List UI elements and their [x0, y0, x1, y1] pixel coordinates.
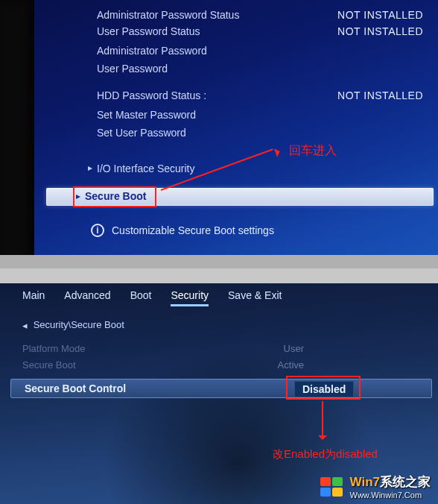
bios-tab-bar[interactable]: Main Advanced Boot Security Save & Exit: [22, 289, 282, 306]
label: Set Master Password: [97, 109, 196, 121]
row-platform-mode: Platform Mode User: [22, 343, 423, 354]
watermark-line2: Www.Winwin7.Com: [350, 491, 431, 500]
watermark-line1b: 系统之家: [380, 475, 431, 489]
value: NOT INSTALLED: [337, 25, 423, 37]
value: NOT INSTALLED: [337, 89, 423, 101]
annotation-arrowhead-icon: [274, 145, 285, 157]
row-secure-boot-control-selected[interactable]: Secure Boot Control Disabled: [10, 379, 432, 398]
label: Administrator Password: [97, 45, 207, 57]
label: I/O Interface Security: [97, 163, 195, 174]
bios-security-screen-1: Administrator Password Status NOT INSTAL…: [0, 0, 438, 268]
tab-main[interactable]: Main: [22, 289, 45, 306]
label: Secure Boot Control: [25, 382, 126, 394]
tab-boot[interactable]: Boot: [130, 289, 152, 306]
chevron-left-icon: ◂: [22, 320, 28, 331]
watermark-line1a: Win7: [350, 475, 380, 489]
annotation-text-enter: 回车进入: [289, 143, 337, 159]
value: User: [284, 343, 304, 354]
info-text: Customizable Secure Boot settings: [112, 224, 274, 236]
label: Secure Boot: [85, 190, 146, 202]
label: Set User Password: [97, 127, 186, 139]
breadcrumb: ◂ Security\Secure Boot: [22, 319, 124, 330]
annotation-text-change: 改Enabled为disabled: [273, 447, 378, 462]
watermark-text: Win7系统之家 Www.Winwin7.Com: [350, 473, 431, 500]
value-box[interactable]: Disabled: [294, 381, 354, 397]
tab-advanced[interactable]: Advanced: [64, 289, 110, 306]
annotation-arrowhead-icon: [318, 435, 327, 444]
row-user-pw[interactable]: User Password: [97, 61, 423, 76]
row-admin-pw-status: Administrator Password Status NOT INSTAL…: [97, 7, 423, 22]
tab-security[interactable]: Security: [171, 289, 209, 306]
row-hdd-pw-status: HDD Password Status : NOT INSTALLED: [97, 88, 423, 103]
row-user-pw-status: User Password Status NOT INSTALLED: [97, 24, 423, 39]
value: Active: [278, 359, 304, 371]
info-icon: i: [91, 224, 104, 237]
label: Secure Boot: [22, 359, 76, 371]
bios-secure-boot-screen-2: Main Advanced Boot Security Save & Exit …: [0, 283, 438, 504]
label: Administrator Password Status: [97, 9, 239, 21]
label: Platform Mode: [22, 343, 86, 354]
breadcrumb-text: Security\Secure Boot: [34, 319, 124, 330]
submenu-chevron-icon: ▸: [88, 163, 92, 173]
value: NOT INSTALLED: [337, 9, 423, 21]
label: HDD Password Status :: [97, 89, 206, 101]
annotation-arrow: [322, 401, 323, 437]
row-secure-boot-state: Secure Boot Active: [22, 359, 423, 371]
row-admin-pw[interactable]: Administrator Password: [97, 43, 423, 58]
row-set-user-pw[interactable]: Set User Password: [97, 125, 423, 140]
info-row: i Customizable Secure Boot settings: [91, 224, 274, 237]
windows-logo-icon: [319, 476, 344, 498]
watermark: Win7系统之家 Www.Winwin7.Com: [319, 473, 431, 500]
submenu-chevron-icon: ▸: [76, 191, 80, 201]
row-io-interface-security[interactable]: I/O Interface Security: [97, 161, 423, 176]
label: User Password Status: [97, 25, 200, 37]
label: User Password: [97, 63, 168, 75]
row-set-master-pw[interactable]: Set Master Password: [97, 107, 423, 122]
tab-save-exit[interactable]: Save & Exit: [228, 289, 282, 306]
row-secure-boot-selected[interactable]: ▸ Secure Boot: [46, 188, 434, 206]
